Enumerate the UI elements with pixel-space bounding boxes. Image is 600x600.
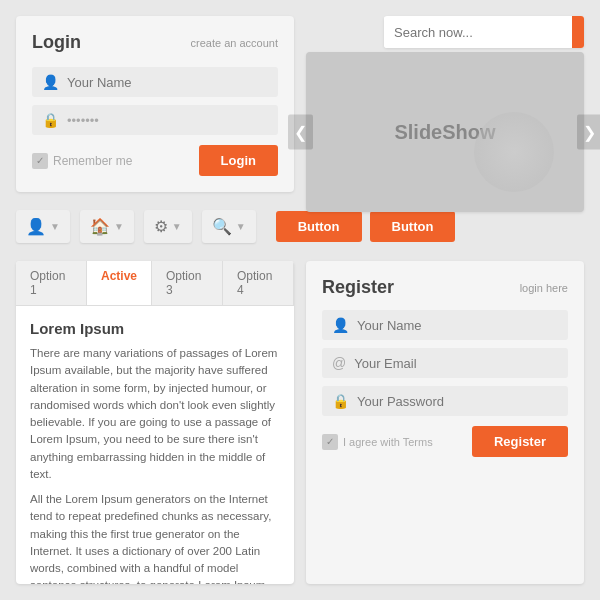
tab-option3[interactable]: Option 3 (152, 261, 223, 305)
slideshow: ❮ SlideShow ❯ (306, 52, 584, 212)
agree-terms: ✓ I agree with Terms (322, 434, 433, 450)
register-name-input[interactable] (357, 318, 558, 333)
login-footer: ✓ Remember me Login (32, 145, 278, 176)
remember-checkbox[interactable]: ✓ (32, 153, 48, 169)
register-button[interactable]: Register (472, 426, 568, 457)
register-lock-icon: 🔒 (332, 393, 349, 409)
home-chevron-icon: ▼ (114, 221, 124, 232)
create-account-link[interactable]: create an account (191, 37, 278, 49)
home-toolbar-icon: 🏠 (90, 217, 110, 236)
password-input[interactable] (67, 113, 268, 128)
login-title: Login (32, 32, 81, 53)
register-email-input[interactable] (354, 356, 558, 371)
username-input[interactable] (67, 75, 268, 90)
register-header: Register login here (322, 277, 568, 298)
user-chevron-icon: ▼ (50, 221, 60, 232)
content-title: Lorem Ipsum (30, 320, 280, 337)
gear-chevron-icon: ▼ (172, 221, 182, 232)
gear-toolbar-btn[interactable]: ⚙ ▼ (144, 210, 192, 243)
user-icon: 👤 (42, 74, 59, 90)
tabs-content: Option 1 Active Option 3 Option 4 Lorem … (16, 261, 294, 584)
search-toolbar-btn[interactable]: 🔍 ▼ (202, 210, 256, 243)
username-group: 👤 (32, 67, 278, 97)
agree-checkbox[interactable]: ✓ (322, 434, 338, 450)
tabs: Option 1 Active Option 3 Option 4 (16, 261, 294, 306)
login-card: Login create an account 👤 🔒 ✓ Remember m… (16, 16, 294, 192)
register-card: Register login here 👤 @ 🔒 ✓ I agree with… (306, 261, 584, 584)
register-password-input[interactable] (357, 394, 558, 409)
search-toolbar-icon: 🔍 (212, 217, 232, 236)
user-toolbar-btn[interactable]: 👤 ▼ (16, 210, 70, 243)
tab-option4[interactable]: Option 4 (223, 261, 294, 305)
action-button-2[interactable]: Button (370, 211, 456, 242)
register-user-icon: 👤 (332, 317, 349, 333)
tab-body: Lorem Ipsum There are many variations of… (16, 306, 294, 584)
slide-next-button[interactable]: ❯ (577, 115, 600, 150)
slideshow-label: SlideShow (394, 121, 495, 144)
content-paragraph-2: All the Lorem Ipsum generators on the In… (30, 491, 280, 584)
agree-label: I agree with Terms (343, 436, 433, 448)
login-here-link[interactable]: login here (520, 282, 568, 294)
tab-option1[interactable]: Option 1 (16, 261, 87, 305)
content-paragraph-1: There are many variations of passages of… (30, 345, 280, 483)
lock-icon: 🔒 (42, 112, 59, 128)
action-buttons: Button Button (276, 211, 456, 242)
register-title: Register (322, 277, 394, 298)
search-chevron-icon: ▼ (236, 221, 246, 232)
register-footer: ✓ I agree with Terms Register (322, 426, 568, 457)
gear-toolbar-icon: ⚙ (154, 217, 168, 236)
user-toolbar-icon: 👤 (26, 217, 46, 236)
action-button-1[interactable]: Button (276, 211, 362, 242)
slide-prev-button[interactable]: ❮ (288, 115, 313, 150)
password-group: 🔒 (32, 105, 278, 135)
remember-me: ✓ Remember me (32, 153, 132, 169)
register-password-group: 🔒 (322, 386, 568, 416)
login-header: Login create an account (32, 32, 278, 53)
register-email-group: @ (322, 348, 568, 378)
login-button[interactable]: Login (199, 145, 278, 176)
home-toolbar-btn[interactable]: 🏠 ▼ (80, 210, 134, 243)
remember-label: Remember me (53, 154, 132, 168)
tab-active[interactable]: Active (87, 261, 152, 305)
register-name-group: 👤 (322, 310, 568, 340)
register-email-icon: @ (332, 355, 346, 371)
